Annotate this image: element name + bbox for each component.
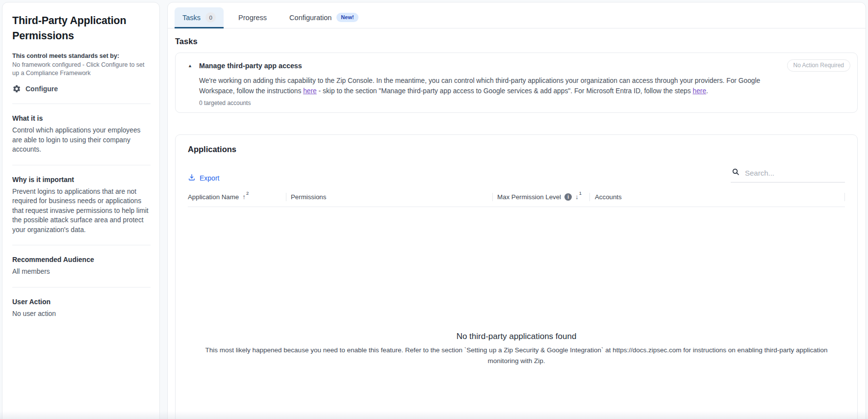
task-card: ▲ Manage third-party app access No Actio… <box>175 52 858 113</box>
section-what-it-is: What it is Control which applications yo… <box>12 104 151 155</box>
search-icon <box>732 168 740 178</box>
section-body: Prevent logins to applications that are … <box>12 187 151 235</box>
tasks-count-badge: 0 <box>205 12 216 23</box>
sort-order-badge: 2 <box>246 190 249 196</box>
section-recommended-audience: Recommended Audience All members <box>12 245 151 277</box>
column-label: Accounts <box>595 193 622 201</box>
task-header-row: ▲ Manage third-party app access No Actio… <box>188 59 850 72</box>
sort-desc-icon: ↓1 <box>575 194 581 201</box>
section-body: No user action <box>12 309 151 319</box>
tab-content: Tasks ▲ Manage third-party app access No… <box>168 28 866 419</box>
status-badge: No Action Required <box>787 59 850 72</box>
empty-state: No third-party applications found This m… <box>188 332 845 366</box>
triangle-up-icon[interactable]: ▲ <box>188 63 199 68</box>
empty-state-description: This most likely happened because you ne… <box>190 345 842 366</box>
column-label: Permissions <box>291 193 326 201</box>
section-body: Control which applications your employee… <box>12 126 151 155</box>
column-label: Application Name <box>188 193 239 201</box>
task-description-text: - skip to the section "Manage third-part… <box>317 87 693 95</box>
tasks-heading: Tasks <box>175 37 858 46</box>
tab-configuration[interactable]: Configuration New! <box>281 7 366 28</box>
applications-heading: Applications <box>188 145 845 154</box>
section-user-action: User Action No user action <box>12 287 151 319</box>
control-info-sidebar: Third-Party Application Permissions This… <box>2 2 160 419</box>
tab-progress-label: Progress <box>238 14 267 22</box>
info-icon[interactable]: i <box>564 193 572 201</box>
section-heading: Why is it important <box>12 176 151 183</box>
new-badge: New! <box>336 13 358 22</box>
sort-order-badge: 1 <box>579 190 582 196</box>
applications-card: Applications Export Applicatio <box>175 134 858 419</box>
section-why-important: Why is it important Prevent logins to ap… <box>12 165 151 235</box>
standards-block: This control meets standards set by: No … <box>12 52 151 78</box>
column-max-permission-level[interactable]: Max Permission Level i ↓1 <box>493 193 589 201</box>
column-label: Max Permission Level <box>497 193 561 201</box>
column-application-name[interactable]: Application Name ↑2 <box>188 193 286 201</box>
sort-asc-icon: ↑2 <box>242 194 248 201</box>
table-header: Application Name ↑2 Permissions Max Perm… <box>188 187 845 207</box>
page-title: Third-Party Application Permissions <box>12 13 151 44</box>
export-label: Export <box>200 174 219 182</box>
column-accounts[interactable]: Accounts <box>590 193 844 201</box>
microsoft-instructions-link[interactable]: here <box>692 87 706 95</box>
column-divider <box>844 193 845 201</box>
task-title: Manage third-party app access <box>199 62 787 70</box>
targeted-accounts-count: 0 targeted accounts <box>199 100 850 106</box>
tab-configuration-label: Configuration <box>289 14 332 22</box>
gear-icon <box>12 84 21 93</box>
section-heading: Recommended Audience <box>12 256 151 263</box>
configure-button[interactable]: Configure <box>12 84 58 93</box>
section-heading: User Action <box>12 298 151 306</box>
tab-tasks-label: Tasks <box>182 14 201 22</box>
download-icon <box>188 173 196 183</box>
export-button[interactable]: Export <box>188 173 219 183</box>
task-description-text: . <box>706 87 708 95</box>
tab-tasks[interactable]: Tasks 0 <box>175 7 224 28</box>
google-instructions-link[interactable]: here <box>303 87 317 95</box>
standards-label: This control meets standards set by: <box>12 52 151 60</box>
tab-progress[interactable]: Progress <box>230 7 275 28</box>
standards-value: No framework configured - Click Configur… <box>12 61 151 78</box>
applications-toolbar: Export <box>188 166 845 183</box>
column-permissions[interactable]: Permissions <box>286 193 492 201</box>
main-panel: Tasks 0 Progress Configuration New! Task… <box>167 2 866 419</box>
search-input[interactable] <box>744 168 844 178</box>
empty-state-title: No third-party applications found <box>188 332 845 341</box>
section-heading: What it is <box>12 114 151 122</box>
search-box[interactable] <box>731 166 845 183</box>
configure-label: Configure <box>26 85 58 93</box>
section-body: All members <box>12 267 151 277</box>
task-description: We're working on adding this capability … <box>199 76 792 96</box>
tab-bar: Tasks 0 Progress Configuration New! <box>168 2 866 28</box>
